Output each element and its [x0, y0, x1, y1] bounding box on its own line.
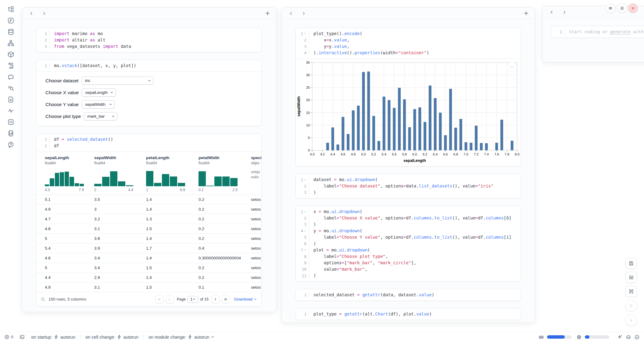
runtime-config-2[interactable]: on module change:autorun	[148, 334, 215, 340]
sidebar-snippets-button[interactable]	[7, 118, 14, 126]
fold-chevron-icon[interactable]	[304, 32, 306, 35]
chart-menu-button[interactable]	[507, 62, 517, 72]
add-cell-button[interactable]	[522, 9, 530, 17]
table-column-header[interactable]: petalLengthfloat6416.9	[146, 155, 199, 192]
plot-type-code[interactable]: 1plot_type = getattr(alt.Chart(df), plot…	[296, 308, 521, 320]
shutdown-button[interactable]	[628, 3, 638, 13]
code-line[interactable]: 1mo.vstack([dataset, x, y, plot])	[36, 62, 261, 69]
empty-cell[interactable]: 1 Start coding or generate with	[551, 26, 644, 38]
last-page-button[interactable]	[222, 295, 230, 303]
code-line[interactable]: 6)	[296, 240, 521, 247]
code-line[interactable]: 1plot_type = getattr(alt.Chart(df), plot…	[296, 311, 521, 317]
generate-with-ai-link[interactable]: generate	[610, 29, 631, 34]
table-column-header[interactable]: sepalLengthfloat644.37.9	[45, 155, 94, 192]
table-row[interactable]: 53.41.50.2setos	[36, 263, 261, 273]
code-line[interactable]: 2 x=x.value,	[296, 37, 521, 43]
fold-chevron-icon[interactable]	[304, 210, 306, 213]
table-row[interactable]: 5.43.91.70.4setos	[36, 243, 261, 253]
code-line[interactable]: 4y = mo.ui.dropdown(	[296, 228, 521, 234]
vstack-cell[interactable]: 1mo.vstack([dataset, x, y, plot]) Choose…	[36, 60, 262, 126]
column-back-button[interactable]	[547, 9, 556, 16]
sidebar-search-button[interactable]	[7, 84, 14, 92]
sidebar-database-button[interactable]	[7, 28, 14, 35]
code-line[interactable]: 10 value="mark_bar",	[296, 266, 521, 273]
code-line[interactable]: 1selected_dataset = getattr(data, datase…	[296, 292, 521, 298]
code-line[interactable]: 2 label="Choose X value", options=df.col…	[296, 215, 521, 221]
selected-dataset-cell[interactable]: 1selected_dataset = getattr(data, datase…	[295, 289, 521, 301]
settings-button[interactable]	[617, 3, 627, 13]
download-button[interactable]: Download	[234, 297, 257, 301]
table-row[interactable]: 4.63.41.40.30000000000000004setos	[36, 253, 261, 263]
sidebar-document-button[interactable]	[7, 96, 14, 103]
code-line[interactable]: 7plot = mo.ui.dropdown(	[296, 247, 521, 253]
code-line[interactable]: 1df = selected_dataset()	[36, 136, 261, 143]
choose-y-value-select[interactable]: sepalWidth	[82, 100, 115, 109]
first-page-button[interactable]	[155, 295, 163, 303]
code-line[interactable]: 4).interactive().properties(width="conta…	[296, 50, 521, 56]
table-row[interactable]: 53.61.40.2setos	[36, 233, 261, 243]
selected-dataset-code[interactable]: 1selected_dataset = getattr(data, datase…	[296, 289, 521, 301]
altair-chart[interactable]: 4.04.24.44.64.85.05.25.45.65.86.06.26.46…	[296, 59, 521, 166]
table-row[interactable]: 4.63.11.50.2setos	[36, 224, 261, 233]
widgets-cell[interactable]: 1x = mo.ui.dropdown(2 label="Choose X va…	[295, 206, 521, 282]
dataset-code[interactable]: 1dataset = mo.ui.dropdown(2 label="Choos…	[296, 174, 521, 198]
table-search-button[interactable]	[41, 297, 45, 302]
column-histogram[interactable]	[146, 169, 185, 186]
page-select[interactable]: 1	[188, 296, 198, 303]
error-count-badge[interactable]: 0	[4, 334, 13, 340]
column-histogram[interactable]	[199, 169, 238, 186]
save-button[interactable]	[625, 258, 637, 269]
chart-cell[interactable]: 1plot_type().encode(2 x=x.value,3 y=y.va…	[295, 28, 521, 166]
sidebar-chat-bot-button[interactable]	[7, 73, 14, 80]
fold-chevron-icon[interactable]	[304, 178, 306, 181]
runtime-config-1[interactable]: on cell change:autorun	[85, 334, 138, 340]
keyboard-shortcuts-button[interactable]	[625, 286, 637, 297]
choose-dataset-select[interactable]: iris	[82, 77, 153, 85]
column-histogram[interactable]	[94, 169, 133, 186]
column-back-button[interactable]	[27, 10, 36, 17]
sidebar-scratchpad-button[interactable]	[7, 130, 14, 137]
table-column-header[interactable]: speciobjecuniqunulls:	[251, 155, 262, 192]
runtime-config-0[interactable]: on startup:autorun	[31, 334, 76, 340]
code-line[interactable]: 9 options=["mark_bar", "mark_circle"],	[296, 260, 521, 266]
fold-chevron-icon[interactable]	[304, 230, 306, 232]
stop-button[interactable]	[625, 300, 637, 312]
table-row[interactable]: 4.73.21.30.2setos	[36, 214, 261, 224]
table-column-header[interactable]: sepalWidthfloat6424.4	[94, 155, 146, 192]
sidebar-activity-button[interactable]	[7, 107, 14, 114]
chart-code[interactable]: 1plot_type().encode(2 x=x.value,3 y=y.va…	[296, 28, 521, 59]
code-line[interactable]: 2df	[36, 143, 261, 149]
code-line[interactable]: 3 y=y.value,	[296, 43, 521, 50]
add-cell-button[interactable]	[263, 9, 271, 17]
copilot-button[interactable]	[626, 334, 631, 340]
run-button[interactable]	[625, 315, 637, 326]
terminal-button[interactable]	[20, 334, 25, 340]
column-forward-button[interactable]	[560, 9, 569, 16]
sidebar-file-tree-button[interactable]	[7, 5, 14, 13]
code-line[interactable]: 3)	[296, 221, 521, 228]
previous-page-button[interactable]	[166, 295, 174, 303]
sidebar-function-button[interactable]	[7, 17, 14, 24]
choose-x-value-select[interactable]: sepalLength	[82, 88, 116, 97]
vstack-code[interactable]: 1mo.vstack([dataset, x, y, plot])	[36, 60, 261, 71]
dataset-dropdown-cell[interactable]: 1dataset = mo.ui.dropdown(2 label="Choos…	[295, 174, 521, 198]
column-forward-button[interactable]	[40, 10, 48, 17]
ai-assistant-button[interactable]	[617, 334, 623, 340]
column-forward-button[interactable]	[299, 10, 308, 17]
dataframe-code[interactable]: 1df = selected_dataset()2df	[36, 134, 261, 151]
code-line[interactable]: 5 label="Choose Y value", options=df.col…	[296, 234, 521, 240]
menu-button[interactable]	[606, 3, 615, 13]
sidebar-package-button[interactable]	[7, 51, 14, 58]
layout-button[interactable]	[625, 272, 637, 283]
connection-status-button[interactable]	[634, 334, 640, 340]
plot-type-cell[interactable]: 1plot_type = getattr(alt.Chart(df), plot…	[295, 308, 521, 320]
table-column-header[interactable]: petalWidthfloat640.12.5	[199, 155, 251, 192]
sidebar-dependency-graph-button[interactable]	[7, 39, 14, 47]
sidebar-help-button[interactable]	[7, 141, 14, 148]
code-line[interactable]: 11)	[296, 273, 521, 279]
cpu-usage-meter[interactable]	[585, 335, 609, 339]
code-line[interactable]: 1import marimo as mo	[36, 30, 261, 37]
code-line[interactable]: 3)	[296, 189, 521, 196]
table-row[interactable]: 5.13.51.40.2setos	[36, 194, 261, 204]
table-row[interactable]: 4.42.91.40.2setos	[36, 273, 261, 282]
